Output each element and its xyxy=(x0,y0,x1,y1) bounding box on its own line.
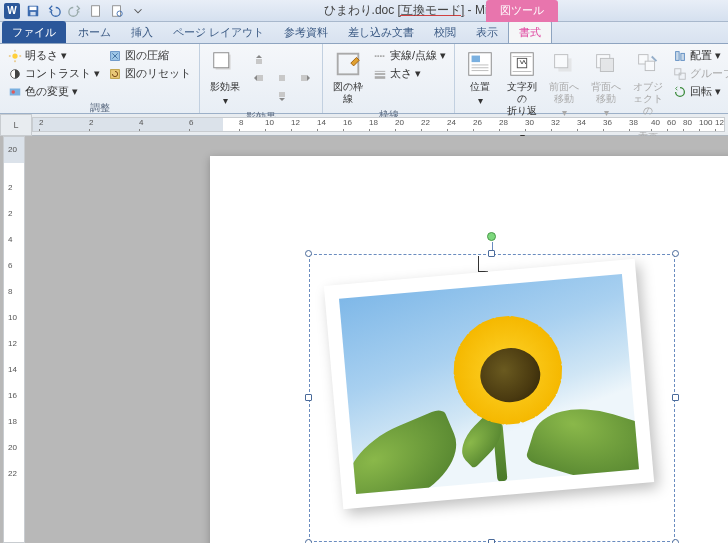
tab-format[interactable]: 書式 xyxy=(508,20,552,43)
group-button[interactable]: グループ化 ▾ xyxy=(671,65,728,82)
group-arrange: 位置▾ 文字列の 折り返し▾ 前面へ 移動▾ 背面へ 移動▾ オブジェクトの 選… xyxy=(455,44,728,113)
tab-page-layout[interactable]: ページ レイアウト xyxy=(163,21,274,43)
svg-rect-21 xyxy=(301,75,307,81)
page-scroll-area[interactable] xyxy=(28,136,728,543)
tab-insert[interactable]: 挿入 xyxy=(121,21,163,43)
window-title: ひまわり.doc [互換モード] - Microsoft Word xyxy=(155,2,724,19)
resize-handle-tl[interactable] xyxy=(305,250,312,257)
contrast-button[interactable]: コントラスト ▾ xyxy=(6,65,102,82)
svg-rect-43 xyxy=(676,51,680,60)
svg-rect-17 xyxy=(214,53,229,68)
tab-review[interactable]: 校閲 xyxy=(424,21,466,43)
svg-rect-46 xyxy=(679,73,685,79)
tab-home[interactable]: ホーム xyxy=(68,21,121,43)
contextual-tab-header: 図ツール xyxy=(486,0,558,22)
tab-mailings[interactable]: 差し込み文書 xyxy=(338,21,424,43)
shadow-nudge-up[interactable] xyxy=(248,51,270,69)
position-button[interactable]: 位置▾ xyxy=(461,47,499,109)
tab-view[interactable]: 表示 xyxy=(466,21,508,43)
ruler-corner[interactable]: L xyxy=(0,114,32,136)
svg-rect-18 xyxy=(256,59,262,64)
shadow-nudge-right[interactable] xyxy=(294,69,316,87)
svg-point-6 xyxy=(12,53,17,58)
resize-handle-r[interactable] xyxy=(672,394,679,401)
redo-button[interactable] xyxy=(66,2,84,20)
shadow-effect-button[interactable]: 影効果▾ xyxy=(206,47,244,109)
svg-rect-1 xyxy=(30,6,37,10)
border-weight-button[interactable]: 太さ ▾ xyxy=(371,65,448,82)
brightness-button[interactable]: 明るさ ▾ xyxy=(6,47,102,64)
svg-rect-42 xyxy=(645,61,654,70)
compress-picture-button[interactable]: 図の圧縮 xyxy=(106,47,193,64)
svg-rect-45 xyxy=(675,68,681,74)
save-button[interactable] xyxy=(24,2,42,20)
new-doc-button[interactable] xyxy=(87,2,105,20)
align-button[interactable]: 配置 ▾ xyxy=(671,47,728,64)
svg-point-13 xyxy=(12,90,16,94)
resize-handle-br[interactable] xyxy=(672,539,679,543)
shadow-nudge-left[interactable] xyxy=(248,69,270,87)
shadow-nudge-down[interactable] xyxy=(271,87,293,105)
resize-handle-l[interactable] xyxy=(305,394,312,401)
resize-handle-b[interactable] xyxy=(488,539,495,543)
tab-references[interactable]: 参考資料 xyxy=(274,21,338,43)
send-backward-button[interactable]: 背面へ 移動▾ xyxy=(587,47,625,121)
group-adjust: 明るさ ▾ コントラスト ▾ 色の変更 ▾ 図の圧縮 図のリセット 調整 xyxy=(0,44,200,113)
svg-rect-29 xyxy=(472,56,480,63)
resize-handle-t[interactable] xyxy=(488,250,495,257)
tab-file[interactable]: ファイル xyxy=(2,21,66,43)
svg-rect-2 xyxy=(30,11,35,15)
svg-rect-3 xyxy=(92,5,100,16)
selected-picture[interactable] xyxy=(309,254,675,542)
title-bar: W ひまわり.doc [互換モード] - Microsoft Word 図ツール xyxy=(0,0,728,22)
undo-button[interactable] xyxy=(45,2,63,20)
rotate-button[interactable]: 回転 ▾ xyxy=(671,83,728,100)
group-shadow: 影効果▾ 影効果 xyxy=(200,44,323,113)
group-border: 図の枠線 実線/点線 ▾ 太さ ▾ 枠線 xyxy=(323,44,455,113)
picture-border-button[interactable]: 図の枠線 xyxy=(329,47,367,107)
shadow-nudge-center[interactable] xyxy=(271,69,293,87)
ribbon-tabs: ファイル ホーム 挿入 ページ レイアウト 参考資料 差し込み文書 校閲 表示 … xyxy=(0,22,728,44)
ruler-horizontal[interactable]: 2246810121416182022242628303234363840608… xyxy=(32,117,725,132)
svg-rect-40 xyxy=(600,58,613,71)
recolor-button[interactable]: 色の変更 ▾ xyxy=(6,83,102,100)
document-area: 202246810121416182022 xyxy=(0,136,728,543)
svg-rect-38 xyxy=(555,55,568,68)
svg-rect-19 xyxy=(257,75,263,81)
compat-mode-label: [互換モード] xyxy=(398,3,465,17)
rotate-handle[interactable] xyxy=(487,232,496,241)
resize-handle-tr[interactable] xyxy=(672,250,679,257)
selection-outline xyxy=(309,254,675,542)
ribbon: 明るさ ▾ コントラスト ▾ 色の変更 ▾ 図の圧縮 図のリセット 調整 影効果… xyxy=(0,44,728,114)
border-dash-button[interactable]: 実線/点線 ▾ xyxy=(371,47,448,64)
reset-picture-button[interactable]: 図のリセット xyxy=(106,65,193,82)
ruler-vertical[interactable]: 202246810121416182022 xyxy=(3,136,25,543)
svg-rect-22 xyxy=(279,92,285,97)
svg-rect-20 xyxy=(279,75,285,81)
print-preview-button[interactable] xyxy=(108,2,126,20)
group-label-adjust: 調整 xyxy=(6,100,193,116)
bring-forward-button[interactable]: 前面へ 移動▾ xyxy=(545,47,583,121)
doc-name: ひまわり.doc xyxy=(324,3,395,17)
svg-rect-44 xyxy=(681,53,685,60)
word-app-icon: W xyxy=(4,3,20,19)
qat-customize-button[interactable] xyxy=(129,2,147,20)
resize-handle-bl[interactable] xyxy=(305,539,312,543)
quick-access-toolbar xyxy=(24,2,147,20)
